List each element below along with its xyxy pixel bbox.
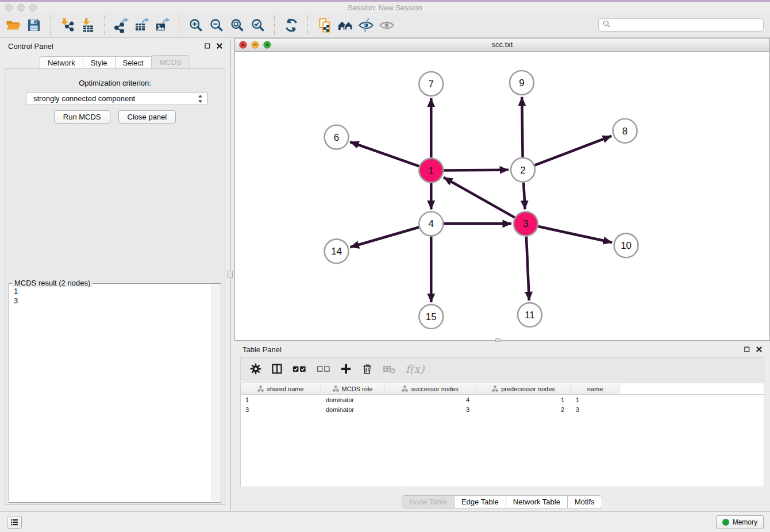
zoom-selected-button[interactable] xyxy=(249,16,267,34)
column-header-shared-name[interactable]: shared name xyxy=(241,383,321,394)
graph-node-2[interactable]: 2 xyxy=(511,158,535,182)
graph-node-10[interactable]: 10 xyxy=(614,233,638,257)
tab-mcds[interactable]: MCDS xyxy=(151,55,190,70)
import-network-icon xyxy=(60,18,75,33)
graph-node-11[interactable]: 11 xyxy=(518,303,542,327)
graph-node-9[interactable]: 9 xyxy=(510,71,534,95)
table-row[interactable]: 1dominator411 xyxy=(241,395,764,404)
graph-edge-3-11[interactable] xyxy=(526,236,529,300)
node-label: 14 xyxy=(331,246,342,257)
splitter-knob[interactable] xyxy=(228,271,233,278)
search-box[interactable] xyxy=(598,18,764,32)
delete-column-button[interactable] xyxy=(361,363,373,375)
graph-node-1[interactable]: 1 xyxy=(419,159,443,183)
graph-node-15[interactable]: 15 xyxy=(419,304,443,329)
import-table-icon xyxy=(80,18,95,33)
import-table-button[interactable] xyxy=(79,16,97,34)
graph-edge-1-6[interactable] xyxy=(350,142,419,166)
table-panel-float-button[interactable] xyxy=(744,346,750,353)
graph-edge-2-3[interactable] xyxy=(523,183,525,210)
search-input[interactable] xyxy=(611,18,763,32)
column-header-name[interactable]: name xyxy=(571,383,619,394)
control-panel-close-button[interactable] xyxy=(216,43,223,49)
control-panel-float-button[interactable] xyxy=(204,43,211,49)
node-table-header: shared nameMCDS rolesuccessor nodesprede… xyxy=(241,383,764,395)
tab-select[interactable]: Select xyxy=(115,56,152,70)
column-label: shared name xyxy=(267,385,303,392)
refresh-layout-button[interactable] xyxy=(283,16,300,34)
close-panel-button[interactable]: Close panel xyxy=(118,110,176,124)
graph-edge-4-14[interactable] xyxy=(351,227,419,247)
table-cell: 2 xyxy=(476,406,571,413)
tab-style[interactable]: Style xyxy=(83,56,116,70)
column-header-predecessor-nodes[interactable]: predecessor nodes xyxy=(476,383,571,394)
show-columns-button[interactable] xyxy=(271,363,283,375)
trash-icon xyxy=(361,363,373,375)
table-row[interactable]: 3dominator323 xyxy=(241,404,764,414)
graph-node-7[interactable]: 7 xyxy=(419,72,443,96)
function-builder-button[interactable]: f(x) xyxy=(406,363,425,375)
export-network-button[interactable] xyxy=(113,16,130,34)
column-header-successor-nodes[interactable]: successor nodes xyxy=(384,383,476,394)
mcds-result-box: MCDS result (2 nodes) 13 xyxy=(9,283,221,503)
graph-node-14[interactable]: 14 xyxy=(325,239,349,263)
clone-network-button[interactable] xyxy=(316,16,333,34)
toolbar-separator xyxy=(50,16,51,35)
mcds-result-list: 13 xyxy=(10,286,211,502)
open-session-button[interactable] xyxy=(5,16,22,34)
table-settings-button[interactable] xyxy=(250,363,261,375)
network-canvas[interactable]: 7968124314101511 xyxy=(235,52,769,340)
tab-network[interactable]: Network xyxy=(40,56,83,70)
hide-view-button[interactable] xyxy=(357,16,375,34)
delete-table-button[interactable] xyxy=(383,363,396,375)
tab-network-table[interactable]: Network Table xyxy=(506,495,568,508)
vertical-splitter[interactable] xyxy=(230,39,234,511)
node-label: 3 xyxy=(523,218,528,229)
zoom-in-button[interactable] xyxy=(187,16,205,34)
add-column-button[interactable] xyxy=(340,363,352,375)
import-network-button[interactable] xyxy=(59,16,76,34)
network-window-titlebar[interactable]: scc.txt xyxy=(235,38,769,52)
window-titlebar: Session: New Session xyxy=(0,0,770,13)
network-view-window: scc.txt 7968124314101511 xyxy=(234,38,770,341)
zoom-fit-button[interactable] xyxy=(229,16,246,34)
criterion-dropdown[interactable]: strongly connected component xyxy=(26,92,208,105)
graph-node-4[interactable]: 4 xyxy=(419,211,443,236)
graph-edge-2-8[interactable] xyxy=(534,136,611,165)
clone-network-icon xyxy=(317,18,332,33)
save-session-button[interactable] xyxy=(25,16,43,34)
float-icon xyxy=(204,43,211,49)
table-panel-close-button[interactable] xyxy=(756,346,763,353)
graph-edge-3-1[interactable] xyxy=(444,178,515,218)
table-panel: Table Panel f(x) shared nameMCDS rolesuc… xyxy=(234,342,770,511)
graph-node-6[interactable]: 6 xyxy=(325,125,349,149)
tab-motifs[interactable]: Motifs xyxy=(567,495,602,508)
tab-edge-table[interactable]: Edge Table xyxy=(454,495,506,508)
zoom-out-button[interactable] xyxy=(208,16,225,34)
column-header-mcds-role[interactable]: MCDS role xyxy=(321,383,384,394)
graph-edge-3-10[interactable] xyxy=(538,226,612,242)
zoom-out-icon xyxy=(209,18,224,33)
zoom-selected-icon xyxy=(251,18,265,33)
tab-node-table[interactable]: Node Table xyxy=(402,495,455,508)
graph-node-3[interactable]: 3 xyxy=(514,211,538,236)
run-mcds-button[interactable]: Run MCDS xyxy=(54,110,110,124)
select-all-columns-button[interactable] xyxy=(292,363,307,375)
export-image-button[interactable] xyxy=(154,16,171,34)
result-scrollbar[interactable] xyxy=(211,284,220,502)
horizontal-splitter[interactable] xyxy=(495,338,500,342)
main-toolbar xyxy=(0,13,770,38)
graph-edge-2-9[interactable] xyxy=(522,97,522,157)
memory-label: Memory xyxy=(733,518,757,526)
node-label: 15 xyxy=(426,311,437,322)
task-history-button[interactable] xyxy=(7,516,22,529)
open-homes-button[interactable] xyxy=(337,16,354,34)
memory-button[interactable]: Memory xyxy=(716,515,764,529)
fx-icon: f(x) xyxy=(406,363,425,375)
graph-node-8[interactable]: 8 xyxy=(613,119,637,143)
graph-edge-1-2[interactable] xyxy=(444,170,509,171)
show-view-button[interactable] xyxy=(378,16,395,34)
column-label: successor nodes xyxy=(411,385,459,392)
export-table-button[interactable] xyxy=(133,16,151,34)
unselect-all-columns-button[interactable] xyxy=(317,363,331,375)
